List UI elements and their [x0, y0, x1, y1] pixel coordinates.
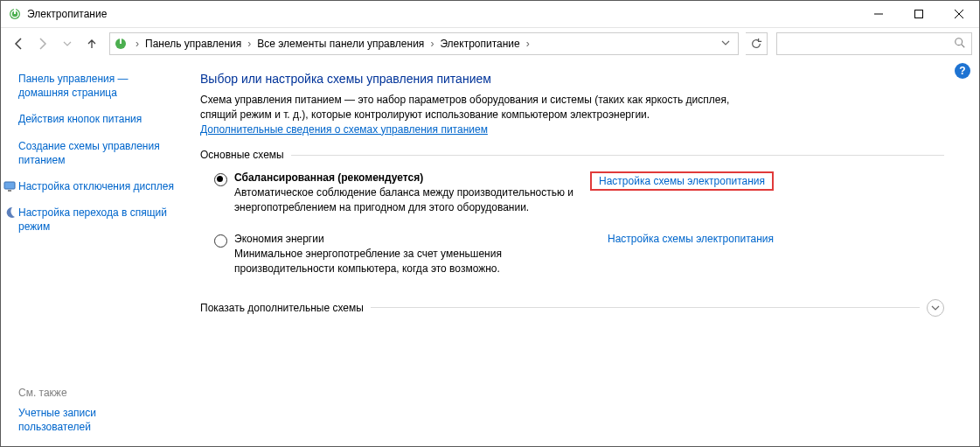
svg-rect-1 [14, 9, 16, 14]
sidebar-item-display-off[interactable]: Настройка отключения дисплея [18, 179, 174, 193]
nav-bar: › Панель управления › Все элементы панел… [1, 27, 979, 59]
close-button[interactable] [939, 1, 979, 27]
svg-rect-11 [4, 182, 15, 189]
page-description: Схема управления питанием — это набор па… [200, 93, 760, 136]
plan-name: Экономия энергии [234, 233, 594, 245]
page-title: Выбор или настройка схемы управления пит… [200, 72, 944, 86]
back-button[interactable] [8, 33, 29, 54]
plan-description: Автоматическое соблюдение баланса между … [234, 185, 576, 215]
plan-name: Сбалансированная (рекомендуется) [234, 171, 576, 184]
see-also-heading: См. также [18, 387, 167, 399]
sidebar-item-label: Действия кнопок питания [18, 112, 142, 126]
chevron-right-icon[interactable]: › [426, 38, 438, 50]
chevron-right-icon[interactable]: › [522, 38, 534, 50]
forward-button[interactable] [32, 33, 53, 54]
expand-button[interactable] [927, 299, 944, 317]
minimize-button[interactable] [858, 1, 899, 27]
up-button[interactable] [81, 33, 102, 54]
main-content: ? Выбор или настройка схемы управления п… [184, 59, 979, 446]
see-also-user-accounts[interactable]: Учетные записи пользователей [18, 406, 167, 434]
window-title: Электропитание [27, 8, 107, 20]
refresh-button[interactable] [746, 32, 768, 55]
change-plan-link[interactable]: Настройка схемы электропитания [608, 233, 774, 245]
sidebar: Панель управления — домашняя страница Де… [1, 59, 184, 446]
change-plan-link[interactable]: Настройка схемы электропитания [590, 171, 774, 191]
radio-balanced[interactable] [214, 173, 227, 186]
monitor-icon [3, 179, 17, 193]
title-bar: Электропитание [1, 1, 979, 27]
sidebar-home-label: Панель управления — домашняя страница [18, 72, 174, 100]
help-button[interactable]: ? [955, 63, 970, 79]
address-dropdown-button[interactable] [717, 38, 734, 50]
radio-powersaver[interactable] [214, 234, 227, 248]
power-plan-powersaver: Экономия энергии Минимальное энергопотре… [200, 231, 774, 283]
plan-description: Минимальное энергопотребление за счет ум… [234, 247, 594, 276]
sidebar-item-label: Создание схемы управления питанием [18, 139, 174, 167]
svg-rect-4 [915, 10, 923, 18]
address-bar[interactable]: › Панель управления › Все элементы панел… [109, 32, 739, 55]
power-app-icon [8, 7, 22, 21]
search-input[interactable] [776, 32, 972, 55]
breadcrumb-leaf[interactable]: Электропитание [438, 38, 521, 50]
sidebar-item-label: Настройка перехода в спящий режим [18, 206, 174, 234]
group-additional-plans[interactable]: Показать дополнительные схемы [200, 299, 944, 317]
more-info-link[interactable]: Дополнительные сведения о схемах управле… [200, 123, 488, 136]
maximize-button[interactable] [899, 1, 939, 27]
sidebar-home-link[interactable]: Панель управления — домашняя страница [18, 72, 174, 100]
chevron-right-icon[interactable]: › [243, 38, 255, 50]
chevron-right-icon[interactable]: › [131, 38, 143, 50]
group-primary-plans: Основные схемы [200, 149, 944, 161]
see-also-label: Учетные записи пользователей [18, 406, 167, 434]
recent-locations-button[interactable] [57, 33, 78, 54]
sidebar-item-sleep[interactable]: Настройка перехода в спящий режим [18, 206, 174, 234]
svg-point-9 [956, 38, 963, 45]
svg-line-10 [962, 44, 965, 47]
search-icon [954, 37, 966, 52]
power-app-icon [114, 37, 128, 51]
moon-icon [3, 206, 17, 220]
svg-rect-12 [8, 190, 11, 192]
sidebar-item-create-plan[interactable]: Создание схемы управления питанием [18, 139, 174, 167]
power-plan-balanced: Сбалансированная (рекомендуется) Автомат… [200, 170, 774, 222]
highlighted-link-text: Настройка схемы электропитания [590, 171, 774, 191]
group-label: Показать дополнительные схемы [200, 302, 371, 314]
group-label: Основные схемы [200, 149, 291, 161]
breadcrumb-root[interactable]: Панель управления [143, 38, 243, 50]
breadcrumb-mid[interactable]: Все элементы панели управления [255, 38, 426, 50]
divider [371, 307, 920, 308]
divider [291, 155, 944, 156]
description-text: Схема управления питанием — это набор па… [200, 94, 729, 121]
sidebar-item-power-buttons[interactable]: Действия кнопок питания [18, 112, 174, 126]
sidebar-item-label: Настройка отключения дисплея [18, 179, 174, 193]
svg-rect-8 [120, 38, 122, 44]
